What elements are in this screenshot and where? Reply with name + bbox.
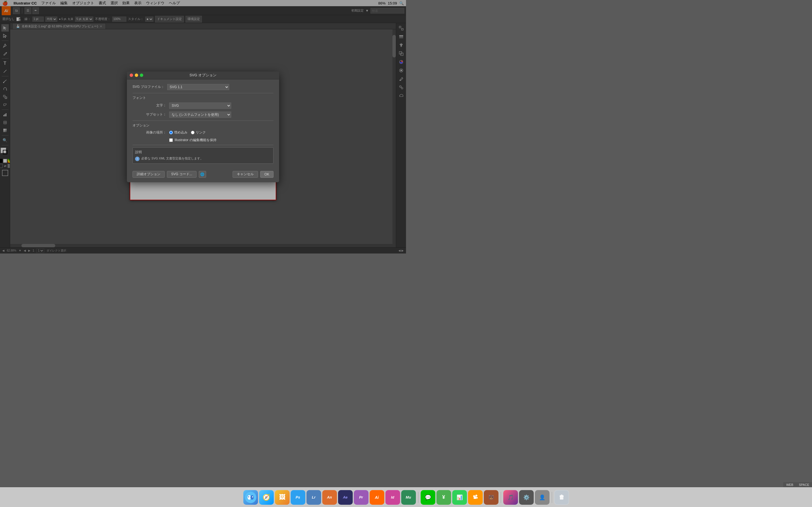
link-radio[interactable] — [191, 131, 195, 134]
dialog-footer: 詳細オプション SVG コード... 🌐 キャンセル OK — [127, 168, 279, 182]
link-label: リンク — [196, 130, 206, 135]
char-label: 文字： — [138, 103, 166, 108]
svg-code-button[interactable]: SVG コード... — [167, 171, 197, 178]
subset-label: サブセット： — [138, 112, 166, 117]
description-text: 必要な SVG XML 文書型定義を指定します。 — [141, 156, 203, 161]
dialog-title: SVG オプション — [190, 73, 216, 78]
char-select[interactable]: SVG アウトライン — [169, 103, 231, 109]
font-section-label: フォント — [133, 96, 273, 100]
dialog-titlebar: SVG オプション — [127, 71, 279, 79]
globe-icon: 🌐 — [200, 172, 204, 176]
embed-radio-label[interactable]: 埋め込み — [169, 130, 188, 135]
dialog-minimize-btn[interactable] — [135, 73, 138, 77]
illustrator-edit-label: Illustrator の編集機能を保持 — [174, 138, 216, 143]
globe-button[interactable]: 🌐 — [199, 171, 206, 178]
image-location-row: 画像の場所： 埋め込み リンク — [138, 130, 273, 135]
detail-options-button[interactable]: 詳細オプション — [133, 171, 165, 178]
embed-radio[interactable] — [169, 131, 173, 134]
dialog-footer-right: キャンセル OK — [233, 171, 273, 178]
profile-row: SVG プロファイル： SVG 1.1 SVG 1.0 SVG Tiny 1.1… — [133, 84, 273, 90]
options-section-label: オプション — [133, 123, 273, 128]
profile-label: SVG プロファイル： — [133, 84, 164, 89]
svg-options-dialog: SVG オプション SVG プロファイル： SVG 1.1 SVG 1.0 SV… — [127, 71, 279, 182]
link-radio-label[interactable]: リンク — [191, 130, 206, 135]
dialog-overlay: SVG オプション SVG プロファイル： SVG 1.1 SVG 1.0 SV… — [0, 0, 406, 253]
options-subsection: 画像の場所： 埋め込み リンク Illustrator の — [138, 130, 273, 143]
cancel-button[interactable]: キャンセル — [233, 171, 258, 178]
info-icon: i — [135, 157, 140, 161]
description-title: 説明 — [135, 150, 271, 155]
font-subsection: 文字： SVG アウトライン サブセット： なし (システムフォントを使用) 使… — [138, 103, 273, 118]
profile-select[interactable]: SVG 1.1 SVG 1.0 SVG Tiny 1.1 SVG Basic 1… — [167, 84, 229, 90]
illustrator-edit-row: Illustrator の編集機能を保持 — [169, 138, 273, 143]
char-row: 文字： SVG アウトライン — [138, 103, 273, 109]
description-body: i 必要な SVG XML 文書型定義を指定します。 — [135, 156, 271, 161]
embed-label: 埋め込み — [174, 130, 188, 135]
image-location-radio-group: 埋め込み リンク — [169, 130, 206, 135]
dialog-body: SVG プロファイル： SVG 1.1 SVG 1.0 SVG Tiny 1.1… — [127, 79, 279, 168]
subset-select[interactable]: なし (システムフォントを使用) 使用するグリフのみ — [169, 112, 231, 118]
dialog-close-btn[interactable] — [130, 73, 133, 77]
ok-button[interactable]: OK — [260, 171, 273, 178]
description-section: 説明 i 必要な SVG XML 文書型定義を指定します。 — [133, 147, 273, 164]
window-controls — [130, 73, 143, 77]
dialog-maximize-btn[interactable] — [140, 73, 143, 77]
image-location-label: 画像の場所： — [138, 130, 166, 135]
subset-row: サブセット： なし (システムフォントを使用) 使用するグリフのみ — [138, 112, 273, 118]
illustrator-edit-checkbox[interactable] — [169, 138, 173, 142]
